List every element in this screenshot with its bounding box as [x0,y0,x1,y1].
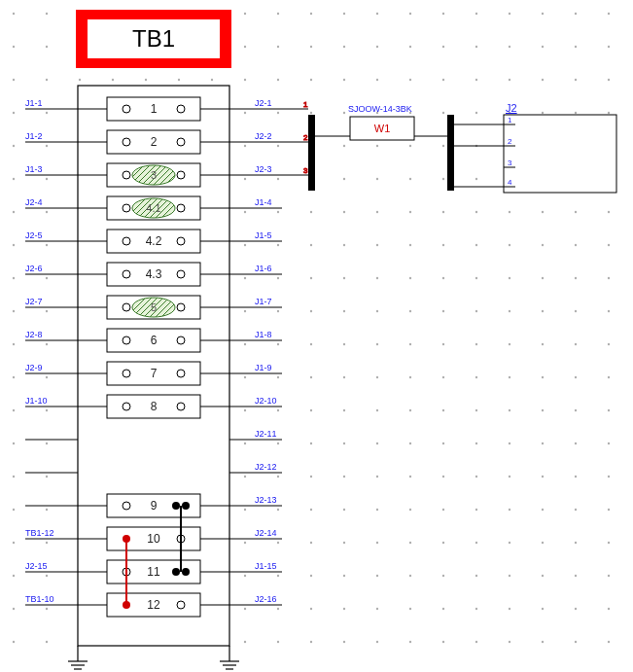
pin-label-right: J2-16 [255,594,277,604]
svg-point-259 [376,442,378,444]
svg-point-377 [509,641,510,643]
svg-point-223 [442,376,444,378]
svg-point-198 [244,343,246,345]
pin-label-left: TB1-10 [25,594,54,604]
svg-point-230 [46,409,48,411]
svg-point-126 [376,211,378,213]
svg-point-17 [542,13,544,15]
svg-point-38 [608,46,610,48]
svg-point-359 [542,608,544,610]
svg-point-236 [244,409,246,411]
terminal-hole [182,568,190,576]
svg-point-371 [310,641,312,643]
svg-point-66 [277,112,279,114]
svg-point-217 [244,376,246,378]
svg-point-88 [376,145,378,147]
bundle-pin-num: 2 [303,133,308,142]
terminal-hole [123,105,130,113]
svg-point-122 [244,211,246,213]
pin-label-right: J2-13 [255,495,277,505]
terminal-hole [123,204,130,212]
svg-point-229 [13,409,15,411]
svg-point-34 [475,46,477,48]
svg-point-150 [542,244,544,246]
j2-pin-num: 1 [508,116,512,124]
row-label: 2 [151,135,158,149]
row-label: 4.2 [146,234,162,248]
terminal-hole [177,303,185,311]
terminal-hole [177,204,185,212]
svg-point-255 [244,442,246,444]
svg-point-356 [442,608,444,610]
svg-point-246 [575,409,577,411]
cable-w1: SJOOW-14-3BK W1 [315,104,447,140]
svg-point-149 [509,244,510,246]
terminal-hole [123,403,130,410]
svg-point-314 [310,542,312,544]
svg-point-352 [310,608,312,610]
svg-point-147 [442,244,444,246]
svg-point-340 [542,575,544,577]
j2-pin-num: 3 [508,159,512,167]
svg-point-297 [376,509,378,511]
svg-point-151 [575,244,577,246]
svg-point-261 [442,442,444,444]
tb1-title-text: TB1 [132,25,175,52]
svg-point-35 [509,46,510,48]
terminal-hole [123,303,130,311]
svg-point-187 [509,310,510,312]
svg-point-89 [409,145,411,147]
pin-label-left: J2-6 [25,264,43,273]
svg-point-374 [409,641,411,643]
svg-point-55 [542,79,544,81]
svg-point-353 [343,608,345,610]
svg-point-143 [310,244,312,246]
svg-point-318 [442,542,444,544]
pin-label-right: J1-15 [255,561,277,571]
svg-point-124 [310,211,312,213]
pin-label-right: J2-1 [255,98,272,108]
svg-point-315 [343,542,345,544]
row-label: 12 [147,598,160,612]
svg-point-183 [376,310,378,312]
row-label: 11 [147,565,160,579]
svg-point-220 [343,376,345,378]
pin-label-left: J2-5 [25,230,43,240]
svg-point-58 [13,112,15,114]
svg-point-2 [46,13,48,15]
svg-point-298 [409,509,411,511]
svg-point-96 [13,178,15,180]
svg-point-36 [542,46,544,48]
svg-point-245 [542,409,544,411]
svg-point-294 [277,509,279,511]
pin-label-right: J2-2 [255,131,272,141]
svg-point-304 [608,509,610,511]
bundle-bar-left [308,115,315,191]
terminal-hole [177,105,185,113]
svg-point-128 [442,211,444,213]
svg-point-59 [46,112,48,114]
svg-point-107 [376,178,378,180]
svg-point-170 [575,277,577,279]
svg-point-263 [509,442,510,444]
svg-point-351 [277,608,279,610]
pin-label-right: J1-6 [255,264,272,273]
trunk-wires: 123 [282,100,308,175]
svg-point-68 [343,112,345,114]
svg-point-11 [343,13,345,15]
svg-point-130 [509,211,510,213]
svg-point-141 [244,244,246,246]
connector-j2: J2 1234 [504,102,616,193]
svg-point-173 [46,310,48,312]
svg-point-344 [46,608,48,610]
svg-point-343 [13,608,15,610]
terminal-hole [172,502,180,510]
svg-point-275 [277,476,279,477]
svg-point-339 [509,575,510,577]
svg-point-20 [13,46,15,48]
svg-point-260 [409,442,411,444]
svg-point-192 [46,343,48,345]
pin-label-right: J1-4 [255,197,272,207]
svg-point-303 [575,509,577,511]
svg-point-15 [475,13,477,15]
